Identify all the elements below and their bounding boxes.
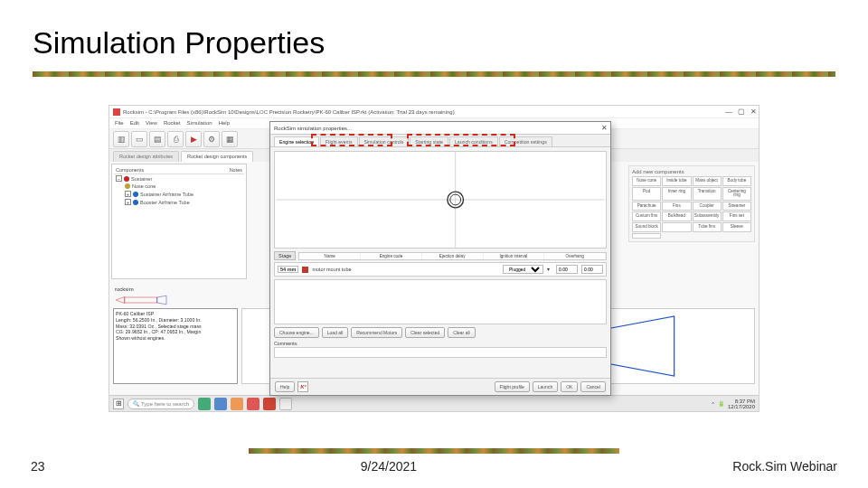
tree-item-sustainer[interactable]: − Sustainer bbox=[114, 174, 244, 183]
component-cell[interactable]: Streamer bbox=[722, 202, 751, 211]
motor-list[interactable] bbox=[274, 279, 607, 324]
tab-simulation-controls[interactable]: Simulation controls bbox=[359, 136, 410, 146]
component-cell[interactable]: Subassembly bbox=[693, 211, 722, 221]
tree-label: Booster Airframe Tube bbox=[140, 200, 190, 205]
component-cell[interactable]: Sleeve bbox=[722, 222, 751, 232]
help-button[interactable]: Help bbox=[275, 381, 295, 392]
menu-simulation[interactable]: Simulation bbox=[187, 120, 212, 127]
taskbar-app-3[interactable] bbox=[231, 398, 243, 410]
node-icon bbox=[133, 192, 138, 197]
tab-flight-events[interactable]: Flight events bbox=[320, 136, 357, 146]
component-cell[interactable]: Fins bbox=[662, 202, 691, 211]
tab-engine-selection[interactable]: Engine selection bbox=[274, 136, 319, 146]
component-cell[interactable]: Mass object bbox=[693, 176, 722, 186]
load-all-button[interactable]: Load all bbox=[322, 327, 349, 338]
expand-icon[interactable]: + bbox=[125, 199, 131, 205]
component-tree[interactable]: Components Notes − Sustainer Nose cone +… bbox=[111, 164, 247, 279]
toolbar-run[interactable]: ▶ bbox=[185, 131, 202, 147]
component-cell[interactable]: Bulkhead bbox=[662, 211, 691, 221]
footer-label: Rock.Sim Webinar bbox=[732, 459, 837, 474]
comments-input[interactable] bbox=[274, 347, 607, 358]
tree-col-notes: Notes bbox=[230, 167, 242, 173]
component-cell[interactable]: Parachute bbox=[632, 202, 661, 211]
component-cell[interactable]: Custom fins bbox=[632, 211, 661, 221]
component-cell[interactable]: Body tube bbox=[722, 176, 751, 186]
close-icon[interactable]: ✕ bbox=[750, 108, 757, 116]
expand-icon[interactable]: + bbox=[125, 191, 131, 197]
flight-profile-button[interactable]: Flight profile bbox=[495, 381, 530, 392]
windows-taskbar: ⊞ 🔍 Type here to search ^ 🔋 8:37 PM 12/1… bbox=[109, 395, 759, 411]
tab-launch-conditions[interactable]: Launch conditions bbox=[449, 136, 498, 146]
tab-competition-settings[interactable]: Competition settings bbox=[499, 136, 552, 146]
node-icon bbox=[125, 183, 130, 189]
menu-edit[interactable]: Edit bbox=[130, 120, 139, 127]
taskbar-app-2[interactable] bbox=[214, 398, 227, 410]
tray-battery-icon: 🔋 bbox=[718, 400, 724, 407]
tray-up-icon[interactable]: ^ bbox=[712, 401, 714, 407]
taskbar-app-1[interactable] bbox=[198, 398, 211, 410]
taskbar-search[interactable]: 🔍 Type here to search bbox=[127, 399, 194, 409]
component-cell[interactable] bbox=[632, 233, 661, 239]
component-cell[interactable]: Tube fins bbox=[693, 222, 722, 232]
toolbar-chart[interactable]: ▦ bbox=[222, 131, 238, 147]
menu-rocket[interactable]: Rocket bbox=[164, 120, 181, 127]
col-ejection-delay: Ejection delay bbox=[422, 253, 484, 259]
component-cell[interactable]: Transition bbox=[693, 187, 722, 201]
tree-item-booster-airframe[interactable]: + Booster Airframe Tube bbox=[114, 198, 244, 206]
app-icon bbox=[113, 108, 120, 116]
component-cell[interactable]: Inside tube bbox=[662, 176, 691, 186]
col-engine-code: Engine code bbox=[361, 253, 422, 259]
menu-view[interactable]: View bbox=[146, 120, 157, 127]
minimize-icon[interactable]: — bbox=[725, 108, 732, 116]
component-cell[interactable]: Centering ring bbox=[722, 187, 751, 201]
toolbar-save[interactable]: ▤ bbox=[149, 131, 165, 147]
tree-label: Sustainer bbox=[131, 176, 152, 182]
dialog-titlebar: RockSim simulation properties... ✕ bbox=[270, 122, 610, 135]
component-cell[interactable]: Nose cone bbox=[632, 176, 661, 186]
ignition-value[interactable] bbox=[556, 265, 578, 274]
plugged-select[interactable]: Plugged bbox=[503, 265, 543, 274]
menu-file[interactable]: File bbox=[115, 120, 124, 127]
svg-marker-2 bbox=[157, 296, 166, 305]
toolbar-open[interactable]: ▭ bbox=[131, 131, 147, 147]
svg-marker-6 bbox=[607, 316, 675, 376]
dialog-tabs: Engine selection Flight events Simulatio… bbox=[270, 135, 610, 147]
taskbar-app-5[interactable] bbox=[263, 398, 276, 410]
choose-engine-button[interactable]: Choose engine... bbox=[274, 327, 319, 338]
tree-label: Sustainer Airframe Tube bbox=[140, 192, 193, 197]
overhang-value[interactable] bbox=[581, 265, 603, 274]
window-titlebar: Rocksim - C:\Program Files (x86)\RockSim… bbox=[109, 106, 759, 118]
tab-starting-state[interactable]: Starting state bbox=[410, 136, 448, 146]
motor-mount-row[interactable]: 54 mm motor mount tube Plugged ▾ bbox=[274, 262, 607, 277]
page-number: 23 bbox=[31, 459, 45, 474]
component-cell[interactable]: Sound block bbox=[632, 222, 661, 232]
component-cell[interactable]: Fins set bbox=[722, 211, 751, 221]
cancel-button[interactable]: Cancel bbox=[580, 381, 606, 392]
toolbar-print[interactable]: ⎙ bbox=[167, 131, 184, 147]
clear-selected-button[interactable]: Clear selected bbox=[405, 327, 445, 338]
system-tray[interactable]: ^ 🔋 8:37 PM 12/17/2020 bbox=[712, 399, 755, 409]
tree-item-nosecone[interactable]: Nose cone bbox=[114, 183, 244, 190]
dialog-close-icon[interactable]: ✕ bbox=[601, 124, 608, 132]
launch-button[interactable]: Launch bbox=[533, 381, 558, 392]
toolbar-settings[interactable]: ⚙ bbox=[203, 131, 220, 147]
component-cell[interactable] bbox=[662, 222, 691, 232]
taskbar-app-6[interactable] bbox=[279, 398, 292, 410]
recommend-motors-button[interactable]: Recommend Motors bbox=[351, 327, 402, 338]
maximize-icon[interactable]: ▢ bbox=[738, 108, 745, 116]
menu-help[interactable]: Help bbox=[219, 120, 230, 127]
start-button[interactable]: ⊞ bbox=[113, 399, 124, 409]
component-cell[interactable]: Pod bbox=[632, 187, 661, 201]
ok-button[interactable]: OK bbox=[561, 381, 578, 392]
taskbar-app-4[interactable] bbox=[247, 398, 259, 410]
toolbar-new[interactable]: ▥ bbox=[113, 131, 129, 147]
tab-design-components[interactable]: Rocket design components bbox=[181, 151, 253, 162]
tree-col-components: Components bbox=[116, 167, 144, 173]
help-icon[interactable]: K² bbox=[297, 381, 308, 392]
component-cell[interactable]: Inner ring bbox=[662, 187, 691, 201]
tree-item-sustainer-airframe[interactable]: + Sustainer Airframe Tube bbox=[114, 190, 244, 198]
component-cell[interactable]: Coupler bbox=[693, 202, 722, 211]
expand-icon[interactable]: − bbox=[116, 175, 122, 182]
tab-design-attributes[interactable]: Rocket design attributes bbox=[113, 151, 179, 162]
clear-all-button[interactable]: Clear all bbox=[448, 327, 475, 338]
